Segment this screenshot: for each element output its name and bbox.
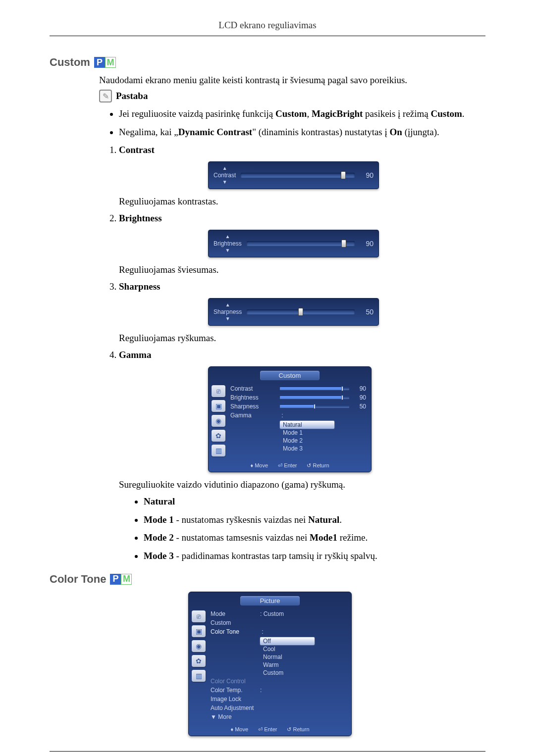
gm-m2e: režime. — [337, 532, 368, 543]
page-header: LCD ekrano reguliavimas — [50, 20, 485, 31]
osd-icons-col-2: ⎚ ▣ ◉ ✿ ▥ — [189, 607, 209, 723]
footer-move: ♦ Move — [250, 462, 268, 469]
sharpness-value: 50 — [360, 308, 374, 316]
osd-row-brightness: Brightness 90 — [230, 393, 366, 402]
osd-contrast-bar[interactable] — [280, 387, 349, 390]
p-ct-label: Color Tone — [211, 628, 260, 635]
brightness-value: 90 — [360, 240, 374, 248]
osd-brightness-bar[interactable] — [280, 396, 349, 399]
sharpness-slider-panel: ▲ Sharpness ▼ 50 — [208, 298, 379, 326]
arrow-down-icon[interactable]: ▼ — [222, 180, 227, 185]
sharpness-slider-track[interactable] — [247, 309, 355, 314]
gamma-dropdown[interactable]: Natural Mode 1 Mode 2 Mode 3 — [280, 421, 334, 453]
custom-intro: Naudodami ekrano meniu galite keisti kon… — [99, 75, 485, 86]
osd-gamma-colon: : — [280, 412, 285, 419]
b2-end: (įjungta). — [402, 127, 439, 137]
bottom-divider — [50, 751, 485, 752]
sound-icon-2[interactable]: ◉ — [192, 640, 206, 652]
picture-row-mode: Mode : Custom — [211, 609, 346, 618]
ct-option-cool[interactable]: Cool — [260, 645, 315, 653]
gm-natural: Natural — [144, 496, 175, 506]
gamma-option-natural[interactable]: Natural — [280, 421, 334, 429]
p-mode-value: : Custom — [260, 610, 346, 617]
custom-section-title: Custom P M — [50, 56, 485, 69]
gm-m2t: - nustatomas tamsesnis vaizdas nei — [174, 532, 310, 543]
multi-icon[interactable]: ▥ — [212, 445, 225, 456]
input-icon-2[interactable]: ⎚ — [192, 610, 206, 622]
multi-icon-2[interactable]: ▥ — [192, 670, 206, 682]
footer-return-2: ↺ Return — [287, 726, 309, 733]
osd-row-contrast: Contrast 90 — [230, 384, 366, 393]
arrow-up-icon[interactable]: ▲ — [225, 234, 230, 239]
brightness-slider-panel: ▲ Brightness ▼ 90 — [208, 230, 379, 257]
slider-name-contrast: Contrast — [214, 172, 236, 179]
item-contrast: Contrast ▲ Contrast ▼ 90 Reguliuojamas k… — [119, 145, 485, 207]
sharpness-slider-thumb[interactable] — [298, 308, 303, 316]
colortone-dropdown[interactable]: Off Cool Normal Warm Custom — [260, 637, 315, 677]
note-label: Pastaba — [116, 91, 148, 101]
gamma-mode-3: Mode 3 - padidinamas kontrastas tarp tam… — [144, 550, 485, 563]
p-il-label: Image Lock — [211, 696, 260, 703]
osd-row-sharpness: Sharpness 50 — [230, 402, 366, 411]
item-sharpness: Sharpness ▲ Sharpness ▼ 50 Reguliuojamas… — [119, 281, 485, 344]
contrast-slider-thumb[interactable] — [341, 171, 346, 179]
p-ct-colon: : — [260, 628, 265, 635]
gamma-option-mode2[interactable]: Mode 2 — [280, 437, 334, 445]
picture-row-colorcontrol: Color Control — [211, 677, 346, 686]
b1-b2: MagicBright — [312, 108, 363, 119]
color-tone-section-title: Color Tone P M — [50, 573, 485, 586]
picture-row-colortone: Color Tone : — [211, 627, 346, 636]
osd-sharpness-bar[interactable] — [280, 405, 349, 408]
setup-icon[interactable]: ✿ — [212, 430, 225, 442]
setup-icon-2[interactable]: ✿ — [192, 655, 206, 667]
p-more-label[interactable]: ▼ More — [211, 713, 260, 720]
m-icon: M — [105, 57, 116, 68]
footer-return: ↺ Return — [307, 462, 329, 469]
osd-footer: ♦ Move ⏎ Enter ↺ Return — [209, 459, 371, 472]
footer-enter-text-2: Enter — [264, 726, 277, 732]
picture-osd-panel: Picture ⎚ ▣ ◉ ✿ ▥ Mode : Custom Custom — [188, 592, 352, 736]
p-icon-2: P — [110, 574, 121, 585]
picture-icon[interactable]: ▣ — [212, 400, 225, 412]
b2-b2: On — [390, 127, 402, 137]
p-ctemp-label: Color Temp. — [211, 687, 260, 694]
ct-option-custom[interactable]: Custom — [260, 669, 315, 677]
ct-option-off[interactable]: Off — [260, 637, 315, 645]
gamma-option-mode3[interactable]: Mode 3 — [280, 445, 334, 453]
b1-b3: Custom — [431, 108, 462, 119]
b1-end: . — [462, 108, 465, 119]
item-brightness: Brightness ▲ Brightness ▼ 90 Reguliuojam… — [119, 213, 485, 275]
contrast-slider-track[interactable] — [241, 173, 355, 178]
arrow-down-icon[interactable]: ▼ — [225, 316, 230, 321]
osd-brightness-label: Brightness — [230, 394, 280, 401]
brightness-slider-track[interactable] — [247, 241, 355, 246]
picture-row-custom: Custom — [211, 618, 346, 627]
osd-sharpness-val: 50 — [352, 403, 366, 410]
picture-row-colortemp: Color Temp. : — [211, 686, 346, 695]
ct-option-normal[interactable]: Normal — [260, 653, 315, 661]
footer-return-text: Return — [313, 462, 329, 468]
picture-row-more[interactable]: ▼ More — [211, 712, 346, 721]
ct-option-warm[interactable]: Warm — [260, 661, 315, 669]
footer-enter-2: ⏎ Enter — [258, 726, 277, 733]
arrow-up-icon[interactable]: ▲ — [222, 166, 227, 171]
sound-icon[interactable]: ◉ — [212, 415, 225, 427]
picture-icon-2[interactable]: ▣ — [192, 625, 206, 637]
b1-mid2: pasikeis į režimą — [363, 108, 430, 119]
p-aa-label: Auto Adjustment — [211, 705, 260, 711]
brightness-slider-thumb[interactable] — [341, 240, 346, 248]
picture-row-imagelock: Image Lock — [211, 695, 346, 704]
gamma-option-mode1[interactable]: Mode 1 — [280, 429, 334, 437]
arrow-down-icon[interactable]: ▼ — [225, 248, 230, 253]
gm-m1e: . — [339, 514, 342, 525]
input-icon[interactable]: ⎚ — [212, 385, 225, 397]
picture-row-autoadj: Auto Adjustment — [211, 704, 346, 712]
footer-enter: ⏎ Enter — [278, 462, 297, 469]
gamma-mode-natural: Natural — [144, 495, 485, 508]
picture-osd-tab: Picture — [240, 596, 300, 605]
contrast-label: Contrast — [119, 145, 155, 155]
footer-return-text-2: Return — [293, 726, 309, 732]
arrow-up-icon[interactable]: ▲ — [225, 302, 230, 307]
footer-move-2: ♦ Move — [230, 726, 248, 733]
osd-brightness-val: 90 — [352, 394, 366, 401]
